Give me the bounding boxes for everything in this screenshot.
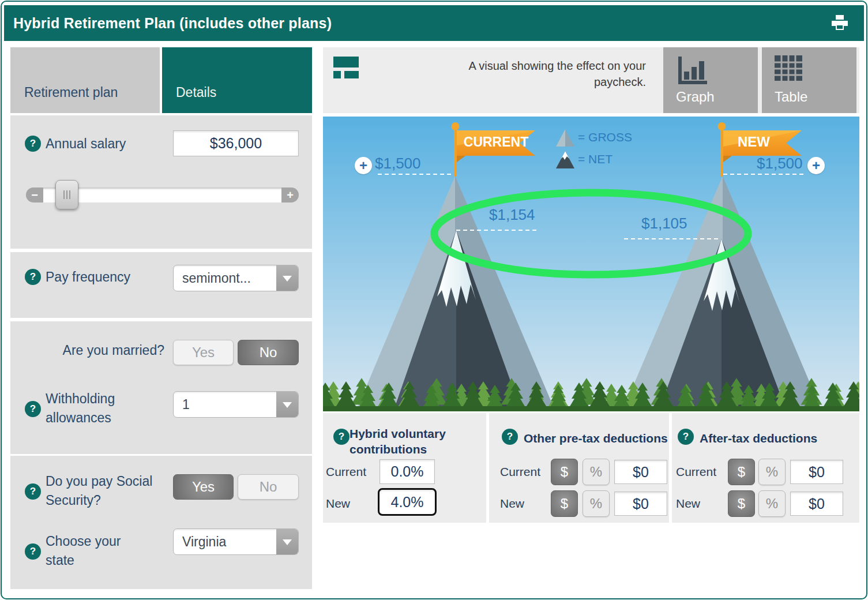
- married-no-button[interactable]: No: [238, 340, 299, 365]
- legend-net-label: = NET: [578, 152, 613, 166]
- withholding-help-icon[interactable]: ?: [25, 401, 41, 417]
- hybrid-current-input[interactable]: [379, 459, 435, 484]
- overview-icon: [333, 57, 360, 82]
- hybrid-current-label: Current: [326, 465, 366, 479]
- pretax-new-dollar-button[interactable]: $: [551, 490, 578, 517]
- aftertax-deductions-help-icon[interactable]: ?: [678, 429, 694, 445]
- aftertax-current-dollar-button[interactable]: $: [728, 459, 755, 485]
- married-no-label: No: [260, 344, 277, 361]
- title-bar: Hybrid Retirement Plan (includes other p…: [4, 5, 864, 41]
- new-net-amount: $1,105: [641, 215, 687, 232]
- dropdown-arrow-icon: [276, 392, 298, 417]
- pretax-deductions-title: Other pre-tax deductions: [524, 430, 674, 446]
- table-grid-icon: [775, 55, 803, 82]
- annual-salary-section: ? Annual salary − +: [10, 115, 312, 249]
- marital-withholding-section: Are you married? Yes No ? Withholding al…: [10, 321, 312, 454]
- bar-chart-icon: [676, 54, 708, 87]
- pretax-current-label: Current: [500, 465, 540, 479]
- settings-sidebar: Retirement plan Details ? Annual salary …: [10, 47, 312, 589]
- married-label: Are you married?: [10, 341, 164, 360]
- withholding-label: Withholding allowances: [46, 389, 138, 427]
- state-help-icon[interactable]: ?: [25, 543, 41, 560]
- pretax-new-input[interactable]: [614, 492, 667, 516]
- minus-icon: −: [31, 189, 38, 202]
- aftertax-new-dollar-button[interactable]: $: [728, 490, 755, 517]
- plus-icon: +: [287, 189, 294, 202]
- pretax-new-label: New: [500, 497, 524, 511]
- current-gross-amount: $1,500: [375, 155, 421, 172]
- pretax-current-dollar-button[interactable]: $: [551, 459, 578, 485]
- withholding-value: 1: [174, 397, 276, 412]
- tab-details-label: Details: [176, 85, 216, 100]
- deductions-panel: ? Hybrid voluntary contributions Current…: [323, 413, 859, 523]
- social-security-state-section: ? Do you pay Social Security? Yes No ? C…: [10, 456, 312, 589]
- pretax-current-percent-button[interactable]: %: [583, 459, 610, 485]
- pretax-current-input[interactable]: [614, 460, 667, 484]
- hybrid-contributions-title: Hybrid voluntary contributions: [350, 426, 459, 457]
- current-net-amount: $1,154: [489, 206, 535, 224]
- tab-details[interactable]: Details: [162, 47, 312, 113]
- view-description: A visual showing the effect on your payc…: [456, 58, 646, 90]
- graph-view-label: Graph: [676, 89, 715, 105]
- legend-gross-label: = GROSS: [578, 130, 632, 144]
- page-title: Hybrid Retirement Plan (includes other p…: [13, 15, 332, 32]
- annual-salary-help-icon[interactable]: ?: [25, 136, 41, 152]
- salary-slider-minus-button[interactable]: −: [26, 187, 43, 202]
- state-label: Choose your state: [46, 532, 144, 570]
- pay-frequency-help-icon[interactable]: ?: [25, 269, 41, 285]
- salary-slider-handle[interactable]: [55, 180, 78, 209]
- social-security-no-button[interactable]: No: [238, 474, 299, 500]
- current-gross-expand-button[interactable]: +: [355, 157, 372, 174]
- graph-view-button[interactable]: Graph: [663, 47, 758, 113]
- aftertax-new-label: New: [676, 497, 700, 511]
- dropdown-arrow-icon: [276, 529, 298, 554]
- social-security-help-icon[interactable]: ?: [25, 483, 41, 500]
- new-gross-amount: $1,500: [757, 155, 803, 172]
- pretax-new-percent-button[interactable]: %: [583, 490, 610, 517]
- married-yes-label: Yes: [192, 344, 215, 361]
- tab-retirement-plan-label: Retirement plan: [24, 85, 118, 100]
- pay-frequency-select[interactable]: semimont...: [173, 265, 299, 291]
- app-window: Hybrid Retirement Plan (includes other p…: [0, 0, 868, 600]
- social-security-no-label: No: [260, 479, 277, 495]
- tab-retirement-plan[interactable]: Retirement plan: [10, 47, 160, 113]
- new-flag-label: NEW: [725, 134, 783, 150]
- state-select[interactable]: Virginia: [173, 528, 299, 555]
- hybrid-contributions-help-icon[interactable]: ?: [333, 429, 350, 445]
- paycheck-overview-visual: CURRENT NEW + $1,500 $1,500 + = GROSS = …: [323, 117, 859, 411]
- social-security-label: Do you pay Social Security?: [46, 472, 175, 510]
- state-value: Virginia: [174, 534, 276, 550]
- aftertax-current-label: Current: [676, 465, 716, 479]
- hybrid-new-label: New: [326, 497, 350, 511]
- married-yes-button[interactable]: Yes: [173, 340, 234, 365]
- pay-frequency-label: Pay frequency: [46, 268, 130, 287]
- aftertax-new-input[interactable]: [790, 492, 843, 516]
- aftertax-current-percent-button[interactable]: %: [758, 459, 786, 485]
- pay-frequency-value: semimont...: [174, 271, 276, 286]
- table-view-button[interactable]: Table: [762, 47, 856, 113]
- slider-handle-grip-icon: [66, 190, 67, 199]
- view-switcher-bar: Overview A visual showing the effect on …: [323, 47, 859, 113]
- print-icon: [829, 14, 850, 32]
- annual-salary-label: Annual salary: [46, 134, 126, 153]
- current-flag-label: CURRENT: [461, 134, 531, 150]
- pretax-deductions-help-icon[interactable]: ?: [502, 429, 518, 445]
- forest-treeline: [323, 377, 859, 411]
- dropdown-arrow-icon: [276, 265, 298, 291]
- social-security-yes-button[interactable]: Yes: [173, 474, 234, 500]
- social-security-yes-label: Yes: [192, 479, 215, 495]
- new-gross-expand-button[interactable]: +: [807, 157, 825, 174]
- print-button[interactable]: [828, 13, 851, 33]
- aftertax-new-percent-button[interactable]: %: [758, 490, 786, 517]
- aftertax-current-input[interactable]: [790, 460, 843, 484]
- annual-salary-input[interactable]: [173, 130, 299, 156]
- aftertax-deductions-title: After-tax deductions: [700, 430, 838, 446]
- hybrid-new-input[interactable]: [378, 488, 437, 516]
- table-view-label: Table: [775, 89, 807, 105]
- salary-slider-plus-button[interactable]: +: [281, 187, 299, 202]
- pay-frequency-section: ? Pay frequency semimont...: [10, 252, 312, 318]
- withholding-select[interactable]: 1: [173, 391, 299, 418]
